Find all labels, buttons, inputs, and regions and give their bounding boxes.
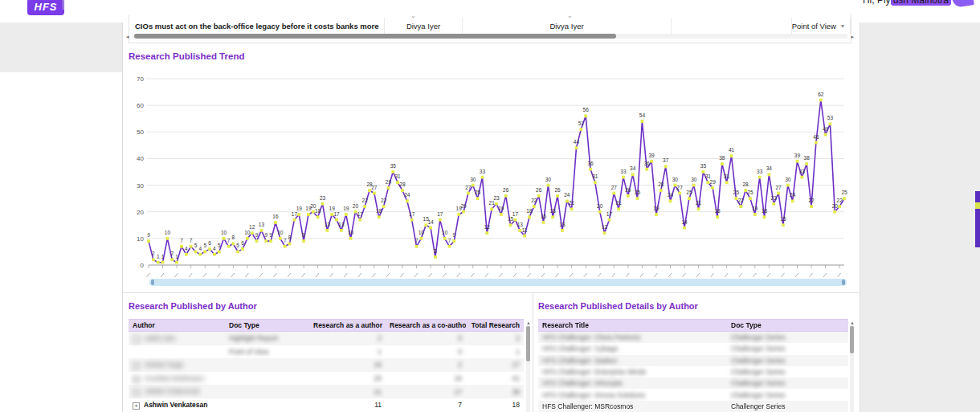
svg-text:1: 1 xyxy=(175,254,178,259)
details-table-row[interactable]: HFS Challenger: Sasken Challenger Series xyxy=(538,355,848,366)
svg-text:21: 21 xyxy=(569,200,575,206)
svg-text:29: 29 xyxy=(386,179,392,185)
author-table-row[interactable]: +Ashwin Venkatesan 11 7 18 xyxy=(129,398,524,412)
research-title-cell[interactable]: CIOs must act on the back-office legacy … xyxy=(129,18,385,34)
svg-text:11: 11 xyxy=(522,227,528,233)
doc-type-cell[interactable]: Point of View▾ xyxy=(792,18,851,34)
svg-text:28: 28 xyxy=(743,182,749,187)
svg-text:19: 19 xyxy=(653,206,659,211)
header-divider xyxy=(63,0,63,10)
scroll-left-icon[interactable]: ◂ xyxy=(126,34,129,40)
svg-text:14: 14 xyxy=(427,219,434,225)
header-decoration xyxy=(952,0,974,8)
svg-text:34: 34 xyxy=(766,165,773,171)
svg-text:5: 5 xyxy=(218,243,221,248)
details-table-scrollbar-thumb[interactable] xyxy=(850,326,854,353)
details-table-row[interactable]: HFS Challenger: Chetu Partners Challenge… xyxy=(538,332,848,343)
svg-text:20: 20 xyxy=(832,203,839,209)
svg-text:62: 62 xyxy=(818,92,824,97)
chart-range-slider-track[interactable] xyxy=(149,279,847,286)
horizontal-scrollbar-thumb[interactable] xyxy=(134,34,616,39)
svg-text:26: 26 xyxy=(503,187,509,193)
svg-text:27: 27 xyxy=(677,185,684,190)
svg-text:24: 24 xyxy=(668,192,674,198)
svg-text:0: 0 xyxy=(141,262,145,269)
hfs-logo[interactable]: HFS xyxy=(27,0,64,15)
details-table-header: Research Title Doc Type xyxy=(538,319,848,332)
author-table-scrollbar-thumb[interactable] xyxy=(526,326,530,361)
svg-text:27: 27 xyxy=(465,185,472,190)
col-total-research[interactable]: Total Research xyxy=(466,321,524,329)
svg-text:28: 28 xyxy=(399,182,406,187)
expand-toggle-icon[interactable]: + xyxy=(133,402,140,410)
latest-research-table: ⌄ ⌄ CIOs must act on the back-office leg… xyxy=(129,14,851,43)
author-table-row[interactable]: +Anushka Mukherjee 25 16 41 xyxy=(129,372,524,385)
expand-toggle-icon[interactable]: + xyxy=(133,389,140,396)
author-table-row[interactable]: +Akshat Tyagi 16 2 17 xyxy=(129,358,524,372)
dropdown-caret-icon[interactable]: ▾ xyxy=(841,22,844,30)
expand-toggle-icon[interactable]: + xyxy=(133,362,140,369)
details-table-row[interactable]: HFS Challenger: Cybage Challenger Series xyxy=(538,343,848,354)
svg-text:25: 25 xyxy=(841,190,847,195)
details-panel-title: Research Published Details by Author xyxy=(538,301,698,311)
author-table-row[interactable]: +Ashish Chaturvedi 21 17 38 xyxy=(129,385,524,398)
svg-text:22: 22 xyxy=(531,198,537,203)
slider-left-handle[interactable] xyxy=(151,279,154,285)
svg-text:2: 2 xyxy=(170,251,174,256)
svg-text:15: 15 xyxy=(508,216,514,222)
svg-text:29: 29 xyxy=(710,179,717,185)
svg-text:13: 13 xyxy=(559,222,566,227)
author-table-row[interactable]: −Aalok Jain Highlight Report 2 0 2 xyxy=(129,332,524,345)
svg-text:24: 24 xyxy=(404,192,410,198)
svg-text:27: 27 xyxy=(775,185,782,190)
greeting-text: Hi, Piy xyxy=(863,0,891,6)
svg-text:46: 46 xyxy=(813,134,819,140)
svg-text:10: 10 xyxy=(348,230,354,235)
col-doc-type[interactable]: Doc Type xyxy=(225,321,309,329)
svg-text:24: 24 xyxy=(564,192,570,198)
author-table-row[interactable]: Point of View 1 0 1 xyxy=(129,345,524,359)
dashboard: HFS Hi, Piyush Malhotra ⌄ ⌄ CIOs must ac… xyxy=(0,0,980,412)
research-trend-line-chart[interactable]: 0102030405060709211102174754564510785610… xyxy=(123,74,851,284)
author-table: Author Doc Type Research as a author Res… xyxy=(129,319,524,412)
author-table-body: −Aalok Jain Highlight Report 2 0 2 Point… xyxy=(129,332,524,412)
details-table-row[interactable]: HFS Challenger: Innova Solutions Challen… xyxy=(538,389,848,400)
svg-text:40: 40 xyxy=(137,155,144,162)
col-research-title[interactable]: Research Title xyxy=(538,321,727,329)
details-table-row[interactable]: HFS Challenger: Enterprise Minds Challen… xyxy=(538,366,848,377)
svg-text:70: 70 xyxy=(137,75,144,83)
slider-right-handle[interactable] xyxy=(842,279,845,285)
svg-text:18: 18 xyxy=(550,208,557,214)
expand-toggle-icon[interactable]: + xyxy=(133,376,140,383)
svg-text:18: 18 xyxy=(714,208,721,214)
empty-cell xyxy=(672,18,792,34)
svg-text:21: 21 xyxy=(489,200,496,206)
svg-text:12: 12 xyxy=(484,224,491,230)
page-scrollbar-thumb[interactable] xyxy=(975,191,980,247)
expand-toggle-icon[interactable]: − xyxy=(133,336,140,343)
svg-text:5: 5 xyxy=(236,243,239,248)
page-scrollbar-marker xyxy=(975,202,980,209)
col-research-author[interactable]: Research as a author xyxy=(309,321,386,329)
svg-text:30: 30 xyxy=(785,177,791,182)
col-doc-type[interactable]: Doc Type xyxy=(727,321,848,329)
col-author[interactable]: Author xyxy=(129,321,225,329)
svg-text:19: 19 xyxy=(343,206,349,211)
svg-text:30: 30 xyxy=(672,177,679,182)
svg-text:18: 18 xyxy=(315,208,321,214)
right-gutter-panel xyxy=(860,22,980,412)
svg-text:4: 4 xyxy=(199,246,202,251)
table-row[interactable]: CIOs must act on the back-office legacy … xyxy=(129,18,851,34)
section-divider xyxy=(122,292,860,293)
details-table-row[interactable]: HFS Challenger: MSRcosmos Challenger Ser… xyxy=(538,401,848,412)
scroll-right-icon[interactable]: ▸ xyxy=(851,34,854,40)
user-greeting[interactable]: Hi, Piyush Malhotra xyxy=(863,0,951,7)
details-table-row[interactable]: HFS Challenger: Infocepts Challenger Ser… xyxy=(538,377,848,389)
col-research-coauthor[interactable]: Research as a co-author xyxy=(386,321,466,329)
svg-text:31: 31 xyxy=(395,173,402,179)
svg-text:21: 21 xyxy=(696,200,702,206)
svg-text:7: 7 xyxy=(227,238,231,243)
svg-text:33: 33 xyxy=(620,169,627,174)
svg-text:9: 9 xyxy=(302,232,305,238)
svg-text:17: 17 xyxy=(292,211,298,217)
